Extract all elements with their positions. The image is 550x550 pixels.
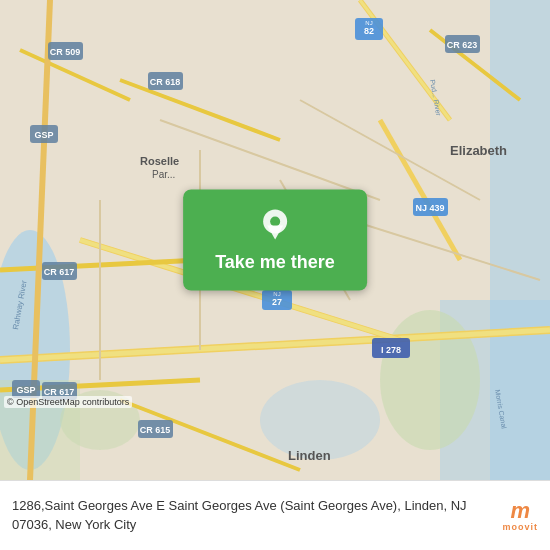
moovit-letter: m xyxy=(510,500,530,522)
info-bar: 1286,Saint Georges Ave E Saint Georges A… xyxy=(0,480,550,550)
svg-text:27: 27 xyxy=(272,297,282,307)
take-me-there-button[interactable]: Take me there xyxy=(183,190,367,291)
button-label: Take me there xyxy=(215,252,335,273)
moovit-name: moovit xyxy=(502,522,538,532)
svg-text:CR 509: CR 509 xyxy=(50,47,81,57)
svg-text:CR 618: CR 618 xyxy=(150,77,181,87)
map-container: 82 NJ CR 509 CR 618 CR 623 GSP CR 617 27… xyxy=(0,0,550,480)
svg-text:Elizabeth: Elizabeth xyxy=(450,143,507,158)
svg-text:CR 615: CR 615 xyxy=(140,425,171,435)
svg-text:GSP: GSP xyxy=(34,130,53,140)
svg-text:I 278: I 278 xyxy=(381,345,401,355)
moovit-logo: m moovit xyxy=(502,500,538,532)
svg-text:NJ: NJ xyxy=(273,291,280,297)
svg-text:NJ: NJ xyxy=(365,20,372,26)
svg-text:82: 82 xyxy=(364,26,374,36)
svg-text:Roselle: Roselle xyxy=(140,155,179,167)
button-overlay: Take me there xyxy=(183,190,367,291)
location-pin-icon xyxy=(257,208,293,244)
osm-credit: © OpenStreetMap contributors xyxy=(4,396,132,408)
svg-marker-63 xyxy=(267,226,283,240)
svg-text:Linden: Linden xyxy=(288,448,331,463)
svg-text:Par...: Par... xyxy=(152,169,175,180)
svg-text:NJ 439: NJ 439 xyxy=(415,203,444,213)
svg-text:CR 617: CR 617 xyxy=(44,267,75,277)
svg-text:GSP: GSP xyxy=(16,385,35,395)
address-text: 1286,Saint Georges Ave E Saint Georges A… xyxy=(12,497,492,533)
svg-text:CR 623: CR 623 xyxy=(447,40,478,50)
svg-point-62 xyxy=(270,217,280,227)
